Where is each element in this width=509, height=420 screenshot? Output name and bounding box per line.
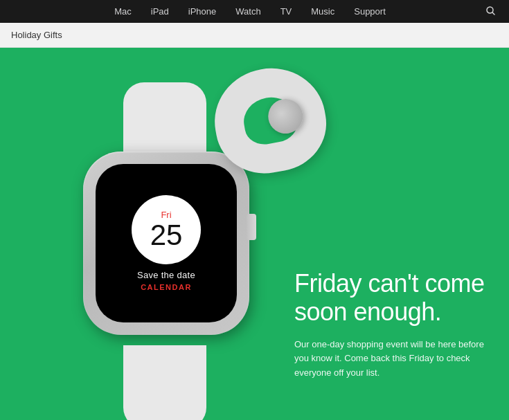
calendar-circle: Fri 25 [132,195,201,264]
hero-text-block: Friday can't come soon enough. Our one-d… [294,269,488,381]
band-loop-shape [206,60,334,181]
nav-list: Mac iPad iPhone Watch TV Music Support [21,0,479,23]
nav-item-ipad[interactable]: iPad [141,0,179,23]
watch-app-label: CALENDAR [141,283,192,291]
hero-headline: Friday can't come soon enough. [294,269,488,327]
watch-band-loop [215,69,339,179]
watch-screen: Fri 25 Save the date CALENDAR [96,164,237,322]
watch-band-bottom [123,345,206,420]
hero-section: Fri 25 Save the date CALENDAR Friday can… [0,48,509,420]
watch-date: 25 [150,221,183,250]
nav-link-mac[interactable]: Mac [105,0,141,23]
watch-crown [247,214,256,240]
nav-item-iphone[interactable]: iPhone [179,0,226,23]
nav-link-music[interactable]: Music [301,0,344,23]
watch-tagline: Save the date [137,270,195,280]
breadcrumb-label: Holiday Gifts [11,30,62,40]
search-icon[interactable] [479,6,502,17]
nav-item-music[interactable]: Music [301,0,344,23]
nav-item-watch[interactable]: Watch [226,0,270,23]
nav-link-ipad[interactable]: iPad [141,0,179,23]
nav-item-support[interactable]: Support [344,0,395,23]
nav-link-watch[interactable]: Watch [226,0,270,23]
hero-body-text: Our one-day shopping event will be here … [294,338,488,381]
nav-link-iphone[interactable]: iPhone [179,0,226,23]
breadcrumb: Holiday Gifts [0,23,509,48]
svg-line-1 [492,12,494,15]
nav-item-mac[interactable]: Mac [105,0,141,23]
nav-item-tv[interactable]: TV [271,0,302,23]
main-navigation: Mac iPad iPhone Watch TV Music Support [0,0,509,23]
nav-link-tv[interactable]: TV [271,0,302,23]
band-loop-button [265,96,305,136]
nav-link-support[interactable]: Support [344,0,395,23]
